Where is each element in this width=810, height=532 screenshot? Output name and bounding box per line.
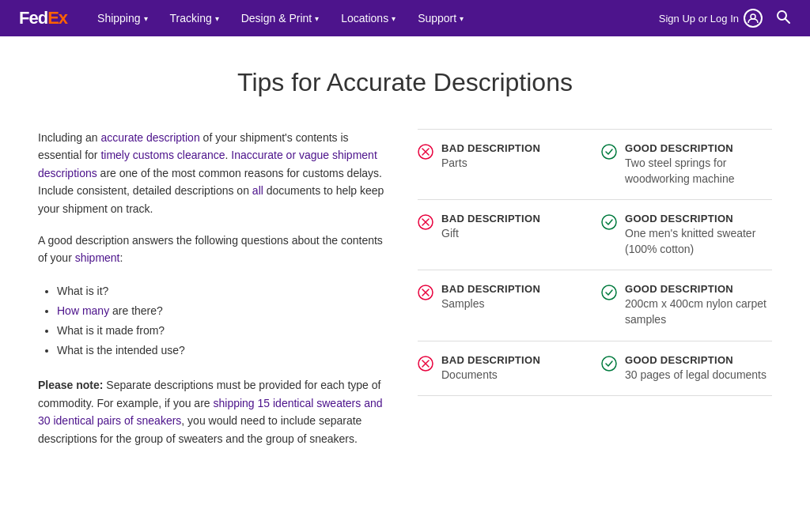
chevron-down-icon: ▾ <box>392 14 396 23</box>
main-nav: FedEx Shipping ▾ Tracking ▾ Design & Pri… <box>0 0 810 36</box>
good-col-1: GOOD DESCRIPTION Two steel springs for w… <box>601 142 772 187</box>
auth-button[interactable]: Sign Up or Log In <box>659 9 763 28</box>
bullet-list: What is it? How many are there? What is … <box>38 281 386 361</box>
good-icon-4 <box>601 356 617 372</box>
description-row-4: BAD DESCRIPTION Documents GOOD DESCRIPTI… <box>418 341 772 397</box>
good-icon-2 <box>601 214 617 230</box>
logo-fed: Fed <box>19 8 47 28</box>
svg-line-2 <box>785 18 790 23</box>
description-row-2: BAD DESCRIPTION Gift GOOD DESCRIPTION On… <box>418 200 772 270</box>
good-col-3: GOOD DESCRIPTION 200cm x 400cm nylon car… <box>601 283 772 327</box>
accurate-link[interactable]: accurate description <box>100 131 199 144</box>
svg-point-14 <box>602 285 616 300</box>
description-row-3: BAD DESCRIPTION Samples GOOD DESCRIPTION… <box>418 270 772 341</box>
svg-point-0 <box>751 14 755 19</box>
main-content: Tips for Accurate Descriptions Including… <box>0 36 810 479</box>
nav-item-design-print[interactable]: Design & Print ▾ <box>230 0 330 36</box>
content-layout: Including an accurate description of you… <box>38 129 772 447</box>
user-icon <box>744 9 763 28</box>
good-icon-3 <box>601 285 617 300</box>
bad-col-4: BAD DESCRIPTION Documents <box>418 354 601 383</box>
right-column: BAD DESCRIPTION Parts GOOD DESCRIPTION T… <box>418 129 772 447</box>
description-row-1: BAD DESCRIPTION Parts GOOD DESCRIPTION T… <box>418 129 772 200</box>
svg-point-6 <box>602 145 616 159</box>
shipping-link[interactable]: shipping 15 identical sweaters and 30 id… <box>38 397 383 427</box>
bad-col-1: BAD DESCRIPTION Parts <box>418 142 601 172</box>
bad-col-2: BAD DESCRIPTION Gift <box>418 213 601 242</box>
nav-item-locations[interactable]: Locations ▾ <box>330 0 407 36</box>
fedex-logo[interactable]: FedEx <box>19 8 67 28</box>
bullet-item: How many are there? <box>57 301 386 321</box>
logo-ex: Ex <box>47 8 67 28</box>
bad-desc-1: BAD DESCRIPTION Parts <box>441 142 540 172</box>
chevron-down-icon: ▾ <box>215 14 219 23</box>
chevron-down-icon: ▾ <box>460 14 464 23</box>
chevron-down-icon: ▾ <box>315 14 319 23</box>
chevron-down-icon: ▾ <box>144 14 148 23</box>
good-desc-4: GOOD DESCRIPTION 30 pages of legal docum… <box>625 354 766 383</box>
timely-link[interactable]: timely customs clearance <box>100 149 225 161</box>
nav-right: Sign Up or Log In <box>659 9 791 28</box>
nav-item-support[interactable]: Support ▾ <box>407 0 475 36</box>
svg-point-18 <box>602 357 616 371</box>
bad-icon-3 <box>418 285 433 300</box>
bullet-item: What is the intended use? <box>57 341 386 360</box>
search-icon[interactable] <box>775 9 791 28</box>
left-column: Including an accurate description of you… <box>38 129 386 447</box>
svg-point-10 <box>602 215 616 229</box>
bad-desc-3: BAD DESCRIPTION Samples <box>441 283 540 312</box>
nav-links: Shipping ▾ Tracking ▾ Design & Print ▾ L… <box>86 0 659 36</box>
how-many-link[interactable]: How many <box>57 304 109 317</box>
bullet-item: What is it made from? <box>57 321 386 341</box>
bad-icon-4 <box>418 356 433 372</box>
good-desc-2: GOOD DESCRIPTION One men's knitted sweat… <box>625 213 772 257</box>
bad-desc-2: BAD DESCRIPTION Gift <box>441 213 540 242</box>
bad-desc-4: BAD DESCRIPTION Documents <box>441 354 540 383</box>
nav-item-shipping[interactable]: Shipping ▾ <box>86 0 159 36</box>
bad-col-3: BAD DESCRIPTION Samples <box>418 283 601 312</box>
bad-icon-1 <box>418 144 433 160</box>
good-icon-1 <box>601 144 617 160</box>
bullet-item: What is it? <box>57 281 386 301</box>
nav-item-tracking[interactable]: Tracking ▾ <box>159 0 230 36</box>
note-paragraph: Please note: Separate descriptions must … <box>38 376 386 447</box>
good-desc-1: GOOD DESCRIPTION Two steel springs for w… <box>625 142 772 187</box>
page-title: Tips for Accurate Descriptions <box>38 68 772 97</box>
all-link[interactable]: all <box>252 184 263 197</box>
good-col-2: GOOD DESCRIPTION One men's knitted sweat… <box>601 213 772 257</box>
good-desc-3: GOOD DESCRIPTION 200cm x 400cm nylon car… <box>625 283 772 327</box>
intro-paragraph-2: A good description answers the following… <box>38 232 386 267</box>
bad-icon-2 <box>418 214 433 230</box>
intro-paragraph-1: Including an accurate description of you… <box>38 129 386 217</box>
shipment-link[interactable]: shipment <box>75 251 120 264</box>
good-col-4: GOOD DESCRIPTION 30 pages of legal docum… <box>601 354 772 383</box>
